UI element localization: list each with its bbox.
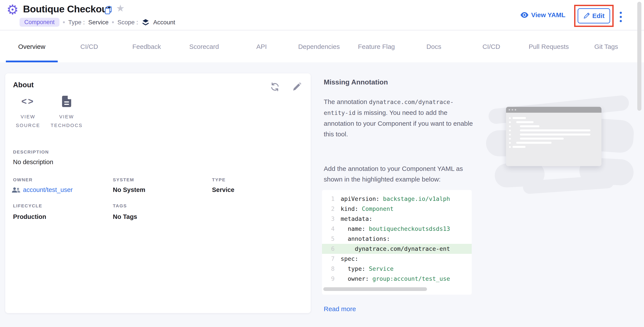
entity-subtitle: Component Type : Service Scope : Account xyxy=(20,18,175,27)
tab-feedback[interactable]: Feedback xyxy=(118,31,175,62)
code-line-highlighted: 6 dynatrace.com/dynatrace-ent xyxy=(322,244,472,254)
code-window-illustration xyxy=(486,93,634,189)
code-line: 2kind: Component xyxy=(322,204,472,214)
annotation-instruction-text: Add the annotation to your Component YAM… xyxy=(324,163,477,185)
description-value: No description xyxy=(13,159,53,166)
separator-dot xyxy=(112,21,114,23)
refresh-icon[interactable] xyxy=(270,82,280,92)
tags-value: No Tags xyxy=(113,213,137,220)
type-label: Type : xyxy=(68,19,85,26)
page-title: Boutique Checkout xyxy=(23,4,111,15)
entity-tab-bar: Overview CI/CD Feedback Scorecard API De… xyxy=(0,31,638,62)
code-line: 4 name: boutiquecheckoutsdsds13 xyxy=(322,224,472,234)
page-vertical-scrollbar[interactable] xyxy=(637,2,642,111)
view-yaml-label: View YAML xyxy=(531,11,566,19)
tab-pull-requests[interactable]: Pull Requests xyxy=(520,31,578,62)
code-line: 3metadata: xyxy=(322,214,472,224)
scope-label: Scope : xyxy=(118,19,138,26)
description-label: DESCRIPTION xyxy=(13,149,49,155)
group-icon xyxy=(12,187,20,193)
account-scope-icon xyxy=(142,19,149,26)
scope-value: Account xyxy=(153,19,175,26)
missing-annotation-heading: Missing Annotation xyxy=(324,78,388,86)
yaml-code-block: 1apiVersion: backstage.io/v1alph 2kind: … xyxy=(322,190,472,295)
tab-git-tags[interactable]: Git Tags xyxy=(578,31,635,62)
view-yaml-button[interactable]: View YAML xyxy=(520,11,566,19)
code-line: 5 annotations: xyxy=(322,234,472,244)
tab-dependencies[interactable]: Dependencies xyxy=(290,31,348,62)
illustration-window xyxy=(506,107,602,166)
tab-overview[interactable]: Overview xyxy=(3,31,60,62)
about-heading: About xyxy=(13,81,34,89)
favorite-star-icon[interactable]: ★ xyxy=(116,3,124,14)
tab-cicd[interactable]: CI/CD xyxy=(60,31,118,62)
read-more-link[interactable]: Read more xyxy=(324,305,356,313)
system-value: No System xyxy=(113,186,146,193)
edit-about-pencil-icon[interactable] xyxy=(292,82,302,92)
code-line: 8 type: Service xyxy=(322,264,472,274)
lifecycle-value: Production xyxy=(13,213,46,220)
system-label: SYSTEM xyxy=(113,177,134,182)
edit-button[interactable]: Edit xyxy=(578,8,610,24)
about-card: About <> VIEW SOURCE xyxy=(5,73,311,313)
component-gear-icon: ⚙ xyxy=(6,3,19,17)
view-source-label: VIEW SOURCE xyxy=(9,113,47,130)
code-line: 9 owner: group:account/test_use xyxy=(322,274,472,284)
separator-dot xyxy=(63,21,65,23)
owner-label: OWNER xyxy=(13,177,33,182)
edit-highlight-box: Edit xyxy=(574,5,614,27)
eye-icon xyxy=(520,12,528,18)
tags-label: TAGS xyxy=(113,203,127,208)
missing-annotation-text: The annotation dynatrace.com/dynatrace-e… xyxy=(324,96,477,139)
code-line: 1apiVersion: backstage.io/v1alph xyxy=(322,194,472,204)
tab-api[interactable]: API xyxy=(233,31,290,62)
document-icon xyxy=(62,95,71,108)
type-field-value: Service xyxy=(212,186,234,193)
tab-docs[interactable]: Docs xyxy=(405,31,462,62)
copy-icon[interactable] xyxy=(104,6,112,14)
more-options-kebab-menu[interactable] xyxy=(619,11,623,23)
illustration-titlebar xyxy=(506,107,602,113)
type-field-label: TYPE xyxy=(212,177,226,182)
edit-label: Edit xyxy=(592,12,605,20)
view-techdocs-button[interactable]: VIEW TECHDOCS xyxy=(47,95,86,130)
entity-header: ⚙ Boutique Checkout ★ Component Type : S… xyxy=(0,0,644,31)
type-value: Service xyxy=(88,19,108,26)
code-line: 7spec: xyxy=(322,254,472,264)
tab-feature-flag[interactable]: Feature Flag xyxy=(348,31,405,62)
view-techdocs-label: VIEW TECHDOCS xyxy=(47,113,86,130)
tab-cicd-2[interactable]: CI/CD xyxy=(462,31,520,62)
code-horizontal-scrollbar[interactable] xyxy=(323,287,427,291)
lifecycle-label: LIFECYCLE xyxy=(13,203,42,208)
tab-scorecard[interactable]: Scorecard xyxy=(175,31,233,62)
view-source-button[interactable]: <> VIEW SOURCE xyxy=(9,95,47,130)
code-icon: <> xyxy=(21,95,34,108)
pencil-icon xyxy=(583,13,590,19)
kind-chip: Component xyxy=(20,18,60,27)
owner-link[interactable]: account/test_user xyxy=(12,186,73,193)
